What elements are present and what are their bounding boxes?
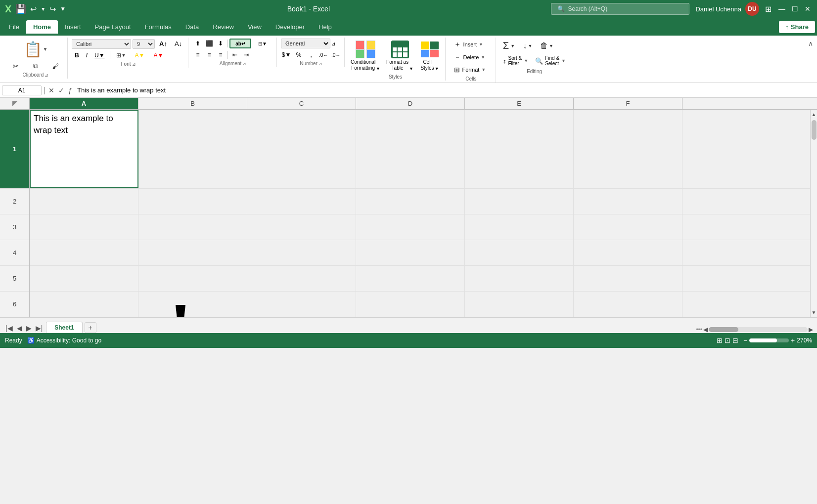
autosum-button[interactable]: Σ ▼ — [500, 39, 518, 53]
fill-color-button[interactable]: A▼ — [131, 51, 149, 59]
cell-c4[interactable] — [247, 240, 356, 265]
right-scrollbar[interactable]: ▲ ▼ — [810, 110, 817, 317]
cell-c1[interactable] — [247, 110, 356, 188]
find-dropdown-icon[interactable]: ▼ — [561, 58, 566, 63]
italic-button[interactable]: I — [83, 50, 91, 60]
col-header-b[interactable]: B — [138, 98, 247, 109]
wrap-text-button[interactable]: ab↵ — [229, 39, 251, 48]
tab-home[interactable]: Home — [26, 20, 58, 34]
share-button[interactable]: ↑ Share — [779, 21, 815, 33]
border-dropdown-icon[interactable]: ▼ — [122, 53, 126, 58]
cell-c5[interactable] — [247, 266, 356, 291]
cell-d1[interactable] — [356, 110, 465, 188]
tab-page-layout[interactable]: Page Layout — [88, 20, 138, 34]
close-button[interactable]: ✕ — [803, 4, 812, 13]
number-label[interactable]: Number ⊿ — [300, 61, 322, 66]
format-dropdown-icon[interactable]: ▼ — [481, 67, 486, 72]
cell-b1[interactable] — [138, 110, 247, 188]
font-family-select[interactable]: Calibri — [72, 39, 131, 49]
delete-dropdown-icon[interactable]: ▼ — [481, 55, 485, 60]
page-break-view-button[interactable]: ⊟ — [732, 336, 738, 344]
undo-icon[interactable]: ↩ — [30, 4, 37, 14]
cell-e1[interactable] — [465, 110, 574, 188]
page-layout-view-button[interactable]: ⊡ — [725, 336, 730, 344]
row-num-1[interactable]: 1 — [0, 110, 29, 189]
cell-d6[interactable] — [356, 292, 465, 317]
find-select-button[interactable]: 🔍 Find &Select ▼ — [532, 54, 569, 68]
cell-e6[interactable] — [465, 292, 574, 317]
zoom-out-button[interactable]: − — [743, 336, 747, 344]
cell-reference-box[interactable]: A1 — [2, 85, 42, 95]
decrease-decimal-button[interactable]: .0← — [318, 50, 329, 60]
border-button[interactable]: ⊞▼ — [112, 51, 130, 59]
alignment-label[interactable]: Alignment ⊿ — [220, 61, 246, 66]
cell-c3[interactable] — [247, 214, 356, 240]
number-format-select[interactable]: General — [281, 39, 330, 48]
editing-label[interactable]: Editing — [527, 69, 542, 74]
layout-icon[interactable]: ⊞ — [765, 4, 772, 14]
cell-styles-dropdown-icon[interactable]: ▼ — [435, 66, 439, 71]
cell-e5[interactable] — [465, 266, 574, 291]
cut-button[interactable]: ✂ — [7, 61, 25, 71]
ribbon-collapse[interactable]: ∧ — [808, 38, 813, 47]
cond-format-dropdown-icon[interactable]: ▼ — [376, 66, 380, 71]
cell-a2[interactable] — [30, 189, 138, 214]
fill-dropdown-icon[interactable]: ▼ — [528, 43, 533, 48]
cell-a5[interactable] — [30, 266, 138, 291]
tab-developer[interactable]: Developer — [269, 20, 312, 34]
cell-b6[interactable] — [138, 292, 247, 317]
cell-a4[interactable] — [30, 240, 138, 265]
format-as-table-button[interactable]: Format asTable ▼ — [384, 39, 415, 73]
col-header-c[interactable]: C — [247, 98, 356, 109]
insert-function-button[interactable]: ƒ — [67, 85, 73, 95]
copy-button[interactable]: ⧉ — [27, 61, 45, 71]
font-color-button[interactable]: A▼ — [150, 51, 168, 59]
clipboard-expand-icon[interactable]: ⊿ — [45, 73, 48, 78]
currency-button[interactable]: $▼ — [281, 50, 292, 60]
cell-e2[interactable] — [465, 189, 574, 214]
undo-dropdown-icon[interactable]: ▼ — [41, 6, 45, 12]
font-size-select[interactable]: 9 — [133, 39, 155, 49]
fill-button[interactable]: ↓ ▼ — [519, 39, 537, 53]
align-center-button[interactable]: ≡ — [204, 50, 215, 60]
sheet-nav-last-button[interactable]: ▶| — [34, 323, 45, 333]
cell-d5[interactable] — [356, 266, 465, 291]
tab-data[interactable]: Data — [179, 20, 206, 34]
tab-review[interactable]: Review — [206, 20, 241, 34]
clear-dropdown-icon[interactable]: ▼ — [549, 43, 553, 48]
tab-insert[interactable]: Insert — [58, 20, 88, 34]
cell-a3[interactable] — [30, 214, 138, 240]
alignment-expand-icon[interactable]: ⊿ — [242, 61, 246, 66]
h-scroll-right-button[interactable]: ▶ — [809, 326, 813, 333]
align-middle-button[interactable]: ⬛ — [204, 39, 215, 48]
clipboard-label[interactable]: Clipboard ⊿ — [23, 72, 49, 78]
col-header-e[interactable]: E — [465, 98, 574, 109]
zoom-in-button[interactable]: + — [791, 336, 795, 344]
col-header-a[interactable]: A — [30, 98, 138, 109]
increase-indent-button[interactable]: ⇥ — [241, 50, 252, 60]
cell-e4[interactable] — [465, 240, 574, 265]
tab-help[interactable]: Help — [312, 20, 339, 34]
cell-b5[interactable] — [138, 266, 247, 291]
align-top-button[interactable]: ⬆ — [192, 39, 203, 48]
cell-d3[interactable] — [356, 214, 465, 240]
cells-label[interactable]: Cells — [465, 76, 476, 82]
row-num-6[interactable]: 6 — [0, 292, 29, 317]
redo-icon[interactable]: ↪ — [49, 4, 56, 14]
scroll-down-button[interactable]: ▼ — [812, 308, 817, 317]
cell-f4[interactable] — [574, 240, 682, 265]
col-header-d[interactable]: D — [356, 98, 465, 109]
tab-view[interactable]: View — [241, 20, 269, 34]
cell-styles-button[interactable]: CellStyles ▼ — [417, 39, 442, 73]
align-right-button[interactable]: ≡ — [215, 50, 226, 60]
align-left-button[interactable]: ≡ — [192, 50, 203, 60]
increase-decimal-button[interactable]: .0→ — [330, 50, 341, 60]
align-bottom-button[interactable]: ⬇ — [215, 39, 226, 48]
cell-b3[interactable] — [138, 214, 247, 240]
cell-a1[interactable]: This is an example towrap text — [30, 110, 138, 188]
cell-f5[interactable] — [574, 266, 682, 291]
row-num-3[interactable]: 3 — [0, 214, 29, 240]
autosum-dropdown-icon[interactable]: ▼ — [510, 43, 515, 48]
cell-e3[interactable] — [465, 214, 574, 240]
clear-button[interactable]: 🗑 ▼ — [538, 39, 556, 53]
